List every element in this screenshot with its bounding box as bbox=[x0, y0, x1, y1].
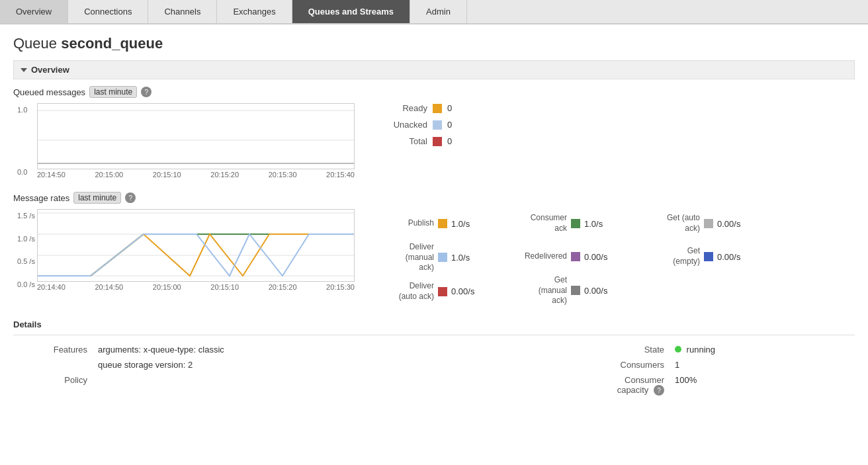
queued-messages-label: Queued messages bbox=[13, 87, 85, 97]
rates-x-4: 20:15:20 bbox=[269, 283, 297, 291]
queued-x-5: 20:15:40 bbox=[326, 171, 355, 179]
state-value: running bbox=[670, 342, 855, 357]
get-empty-color bbox=[704, 252, 713, 261]
queued-x-4: 20:15:30 bbox=[269, 171, 297, 179]
consumer-ack-color bbox=[571, 219, 580, 228]
rate-publish: Publish 1.0/s bbox=[374, 209, 488, 238]
arguments-value: x-queue-type: classic bbox=[144, 345, 224, 355]
rate-redelivered: Redelivered 0.00/s bbox=[507, 242, 621, 271]
rate-col-2: Consumerack 1.0/s Redelivered 0.00/s Get… bbox=[507, 209, 621, 306]
page-title-prefix: Queue bbox=[13, 35, 61, 52]
get-manual-color bbox=[571, 286, 580, 295]
nav-channels[interactable]: Channels bbox=[148, 0, 217, 23]
queue-name: second_queue bbox=[61, 35, 163, 52]
redelivered-color bbox=[571, 252, 580, 261]
ready-color-box bbox=[433, 104, 442, 113]
rates-x-5: 20:15:30 bbox=[326, 283, 355, 291]
consumers-value: 1 bbox=[670, 357, 855, 372]
legend-unacked-value: 0 bbox=[447, 120, 452, 130]
message-rates-label: Message rates bbox=[13, 193, 69, 203]
queued-x-1: 20:15:00 bbox=[95, 171, 123, 179]
rates-y-0: 1.5 /s bbox=[17, 212, 35, 220]
rate-publish-value: 1.0/s bbox=[451, 219, 488, 229]
details-row-policy: Policy Consumer capacity ? 100% bbox=[13, 372, 855, 399]
legend-total-label: Total bbox=[374, 136, 427, 146]
storage-label: queue storage version: bbox=[98, 360, 185, 370]
queued-chart-svg bbox=[37, 103, 355, 169]
nav-bar: Overview Connections Channels Exchanges … bbox=[0, 0, 868, 24]
legend-ready-label: Ready bbox=[374, 103, 427, 113]
rates-x-2: 20:15:00 bbox=[153, 283, 181, 291]
nav-queues-streams[interactable]: Queues and Streams bbox=[292, 0, 410, 23]
rate-get-manual: Get(manualack) 0.00/s bbox=[507, 275, 621, 306]
rates-y-labels: 1.5 /s 1.0 /s 0.5 /s 0.0 /s bbox=[17, 209, 35, 291]
rates-y-2: 0.5 /s bbox=[17, 257, 35, 265]
features-arguments: arguments: x-queue-type: classic bbox=[93, 342, 590, 357]
rate-redelivered-value: 0.00/s bbox=[584, 252, 621, 262]
legend-unacked-label: Unacked bbox=[374, 120, 427, 130]
page-content: Queue second_queue Overview Queued messa… bbox=[0, 24, 868, 409]
details-row-storage: queue storage version: 2 Consumers 1 bbox=[13, 357, 855, 372]
consumer-capacity-label-cell: Consumer capacity ? bbox=[590, 372, 670, 399]
get-auto-color bbox=[704, 219, 713, 228]
running-dot-icon bbox=[675, 346, 681, 353]
details-table: Features arguments: x-queue-type: classi… bbox=[13, 342, 855, 399]
legend-ready-value: 0 bbox=[447, 103, 452, 113]
nav-overview[interactable]: Overview bbox=[0, 0, 68, 23]
rates-chart-svg bbox=[37, 209, 355, 282]
unacked-color-box bbox=[433, 120, 442, 130]
deliver-manual-color bbox=[438, 253, 447, 262]
queued-y-top: 1.0 bbox=[17, 106, 27, 114]
rates-help-icon[interactable]: ? bbox=[125, 192, 136, 203]
rates-x-1: 20:14:50 bbox=[95, 283, 123, 291]
rates-x-3: 20:15:10 bbox=[210, 283, 239, 291]
details-header: Details bbox=[13, 319, 855, 329]
queued-y-bottom: 0.0 bbox=[17, 168, 27, 176]
rate-legend-cols: Publish 1.0/s Deliver(manualack) 1.0/s D… bbox=[374, 209, 754, 306]
rate-col-1: Publish 1.0/s Deliver(manualack) 1.0/s D… bbox=[374, 209, 488, 306]
rate-get-auto-value: 0.00/s bbox=[717, 219, 754, 229]
rate-consumer-ack-label: Consumerack bbox=[507, 213, 567, 233]
arguments-label: arguments: bbox=[98, 345, 141, 355]
queued-x-labels: 20:14:50 20:15:00 20:15:10 20:15:20 20:1… bbox=[37, 171, 355, 179]
nav-exchanges[interactable]: Exchanges bbox=[217, 0, 292, 23]
consumer-capacity-help-icon[interactable]: ? bbox=[654, 385, 664, 396]
rates-x-labels: 20:14:40 20:14:50 20:15:00 20:15:10 20:1… bbox=[37, 283, 355, 291]
rate-redelivered-label: Redelivered bbox=[507, 251, 567, 262]
rate-deliver-manual-value: 1.0/s bbox=[451, 253, 488, 263]
legend-unacked: Unacked 0 bbox=[374, 120, 452, 130]
rate-deliver-auto: Deliver(auto ack) 0.00/s bbox=[374, 277, 488, 306]
page-title: Queue second_queue bbox=[13, 35, 855, 52]
storage-value-cell: queue storage version: 2 bbox=[93, 357, 590, 372]
rate-deliver-auto-label: Deliver(auto ack) bbox=[374, 281, 434, 302]
queued-messages-row: 1.0 0.0 20:14:50 20:15:00 20:15:10 20:15… bbox=[13, 103, 855, 179]
consumers-label: Consumers bbox=[590, 357, 670, 372]
rate-get-empty: Get(empty) 0.00/s bbox=[640, 242, 754, 271]
queued-x-2: 20:15:10 bbox=[153, 171, 181, 179]
storage-label-empty bbox=[13, 357, 93, 372]
rates-y-3: 0.0 /s bbox=[17, 280, 35, 288]
rates-last-minute-badge: last minute bbox=[73, 192, 121, 204]
details-row-features: Features arguments: x-queue-type: classi… bbox=[13, 342, 855, 357]
total-color-box bbox=[433, 137, 442, 146]
collapse-arrow-icon bbox=[21, 68, 27, 72]
legend-total-value: 0 bbox=[447, 136, 452, 146]
rate-publish-label: Publish bbox=[374, 218, 434, 229]
nav-connections[interactable]: Connections bbox=[68, 0, 148, 23]
rate-deliver-manual: Deliver(manualack) 1.0/s bbox=[374, 242, 488, 273]
rate-get-manual-value: 0.00/s bbox=[584, 286, 621, 296]
storage-value: 2 bbox=[188, 360, 193, 370]
nav-admin[interactable]: Admin bbox=[410, 0, 467, 23]
consumer-capacity-value: 100% bbox=[670, 372, 855, 399]
queued-messages-label-row: Queued messages last minute ? bbox=[13, 86, 855, 98]
queued-help-icon[interactable]: ? bbox=[141, 87, 152, 97]
rates-x-0: 20:14:40 bbox=[37, 283, 65, 291]
rate-consumer-ack-value: 1.0/s bbox=[584, 219, 621, 229]
queued-x-3: 20:15:20 bbox=[210, 171, 239, 179]
legend-ready: Ready 0 bbox=[374, 103, 452, 113]
queued-y-labels: 1.0 0.0 bbox=[17, 103, 27, 179]
details-divider bbox=[13, 335, 855, 335]
state-text: running bbox=[687, 345, 715, 355]
rate-consumer-ack: Consumerack 1.0/s bbox=[507, 209, 621, 238]
overview-section-header[interactable]: Overview bbox=[13, 60, 855, 79]
